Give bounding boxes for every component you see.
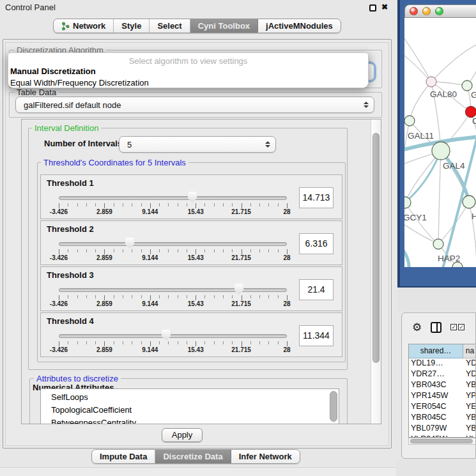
- threshold-1-panel: Threshold 1 -3.426 2.859 9.144 15.43 21.…: [40, 174, 342, 219]
- threshold-3-panel: Threshold 3 -3.426 2.859 9.144 15.43 21.…: [40, 266, 342, 311]
- gear-icon[interactable]: ⚙: [412, 322, 422, 333]
- list-item-betweennesscentrality[interactable]: BetweennessCentrality: [41, 417, 339, 424]
- zoom-traffic-light-icon[interactable]: [435, 7, 443, 15]
- threshold-4-value-field[interactable]: 11.344: [299, 325, 334, 346]
- tab-style[interactable]: Style: [114, 19, 150, 33]
- threshold-2-slider-track[interactable]: [59, 242, 287, 246]
- threshold-4-slider-handle[interactable]: [162, 330, 171, 341]
- table-data-combobox[interactable]: galFiltered.sif default node: [15, 96, 374, 113]
- node-gal11[interactable]: [404, 116, 415, 126]
- combo-arrows-icon: [363, 102, 369, 108]
- threshold-1-value-field[interactable]: 14.713: [299, 187, 334, 208]
- checkbox-icon[interactable]: ✓: [450, 324, 457, 330]
- interval-definition-group-title: Interval Definition: [32, 123, 101, 133]
- column-header-shared-name[interactable]: shared…: [409, 344, 463, 358]
- number-of-intervals-label: Number of Intervals: [44, 139, 122, 148]
- threshold-2-panel: Threshold 2 -3.426 2.859 9.144 15.43 21.…: [40, 220, 342, 265]
- node-label-g: G: [471, 90, 476, 100]
- thresholds-group-title: Threshold's Coordinates for 5 Intervals: [41, 158, 188, 167]
- column-header-name[interactable]: na: [463, 344, 476, 358]
- threshold-4-title: Threshold 4: [47, 316, 94, 326]
- number-of-intervals-value: 5: [119, 140, 265, 150]
- combo-arrows-icon: [265, 141, 270, 148]
- slider-major-ticks: [59, 295, 288, 300]
- node-gal4[interactable]: [432, 142, 450, 160]
- settings-scrollbar-thumb[interactable]: [372, 133, 380, 363]
- threshold-1-slider-track[interactable]: [59, 196, 287, 200]
- node-h[interactable]: [463, 196, 475, 208]
- network-window-titlebar[interactable]: [404, 4, 476, 18]
- slider-major-ticks: [59, 249, 288, 254]
- threshold-3-slider-handle[interactable]: [234, 284, 244, 295]
- table-panel-toolbar: ⚙ ✓✓: [402, 313, 475, 341]
- apply-button[interactable]: Apply: [162, 428, 203, 442]
- table-panel-container: ⚙ ✓✓ shared… na YDL19… YDL1 YDR27… YDR2 …: [401, 312, 476, 459]
- table-horizontal-scrollbar-thumb[interactable]: [410, 439, 473, 443]
- numerical-attributes-list: SelfLoops TopologicalCoefficient Between…: [40, 388, 339, 424]
- columns-icon[interactable]: [431, 322, 441, 333]
- tab-network[interactable]: Network: [54, 19, 114, 33]
- tab-jactivemnodules[interactable]: jActiveMNodules: [258, 19, 341, 33]
- checkbox-icon[interactable]: ✓: [458, 324, 464, 330]
- checkbox-icons[interactable]: ✓✓: [450, 324, 464, 330]
- close-traffic-light-icon[interactable]: [410, 7, 418, 15]
- node-label-gcy1: GCY1: [404, 213, 427, 222]
- node-label-hap2: HAP2: [438, 254, 460, 263]
- node-hap2[interactable]: [433, 239, 443, 249]
- table-row[interactable]: YDR27… YDR2: [409, 369, 476, 380]
- node-label-gal11: GAL11: [408, 131, 434, 141]
- threshold-4-slider-track[interactable]: [59, 334, 287, 338]
- node-red-selected[interactable]: [466, 107, 476, 118]
- threshold-2-slider-handle[interactable]: [125, 238, 135, 249]
- slider-tick-labels: -3.426 2.859 9.144 15.43 21.715 28: [59, 346, 287, 354]
- lower-right-background: [396, 459, 476, 476]
- table-data-group-title: Table Data: [14, 88, 59, 97]
- slider-tick-labels: -3.426 2.859 9.144 15.43 21.715 28: [59, 208, 287, 216]
- popup-item-manual-discretization[interactable]: Manual Discretization: [10, 66, 362, 76]
- slider-tick-labels: -3.426 2.859 9.144 15.43 21.715 28: [59, 300, 287, 308]
- node-label-h: H: [472, 211, 476, 221]
- list-item-selfloops[interactable]: SelfLoops: [41, 391, 339, 404]
- settings-scrollbar-track[interactable]: [371, 119, 381, 424]
- node-label-gal80: GAL80: [430, 89, 457, 99]
- node-gal80[interactable]: [426, 77, 436, 87]
- table-row[interactable]: YDL19… YDL1: [409, 358, 476, 369]
- popup-item-equal-width-frequency[interactable]: Equal Width/Frequency Discretization: [10, 78, 362, 88]
- threshold-1-slider-handle[interactable]: [188, 192, 197, 203]
- bottom-tab-bar: Impute Data Discretize Data Infer Networ…: [91, 449, 300, 464]
- table-row[interactable]: YPR145W YPR1: [409, 391, 476, 402]
- control-panel-titlebar: Control Panel ✖: [0, 0, 394, 15]
- table-row[interactable]: YBR043C YBR0: [409, 380, 476, 391]
- tab-cyni-toolbox[interactable]: Cyni Toolbox: [190, 19, 258, 33]
- tab-infer-network[interactable]: Infer Network: [231, 450, 300, 463]
- table-row[interactable]: YBL079W YBL0: [409, 424, 476, 434]
- attributes-list-scrollbar[interactable]: [330, 391, 337, 422]
- close-icon[interactable]: ✖: [381, 3, 388, 12]
- number-of-intervals-combobox[interactable]: 5: [119, 136, 276, 153]
- tab-select[interactable]: Select: [150, 19, 190, 33]
- table-row[interactable]: YBR045C YBR0: [409, 413, 476, 424]
- algorithm-dropdown-popup: Select algorithm to view settings Manual…: [8, 52, 369, 88]
- table-horizontal-scrollbar[interactable]: [408, 438, 476, 445]
- threshold-3-value-field[interactable]: 21.4: [299, 279, 334, 300]
- network-canvas[interactable]: GAL80 G C GAL11 GAL4 GCY1 H HAP2: [404, 18, 476, 267]
- node-g[interactable]: [462, 81, 472, 91]
- threshold-2-value-field[interactable]: 6.316: [299, 233, 334, 254]
- list-item-topologicalcoefficient[interactable]: TopologicalCoefficient: [41, 404, 339, 417]
- algorithm-prompt: Select algorithm to view settings: [8, 56, 368, 66]
- threshold-1-title: Threshold 1: [47, 178, 94, 188]
- table-row[interactable]: YER054C YER0: [409, 402, 476, 413]
- table-data-combobox-value: galFiltered.sif default node: [16, 100, 363, 110]
- slider-major-ticks: [59, 341, 288, 346]
- threshold-2-title: Threshold 2: [47, 224, 94, 234]
- tab-discretize-data[interactable]: Discretize Data: [155, 450, 231, 463]
- attributes-group-title: Attributes to discretize: [34, 374, 121, 383]
- slider-major-ticks: [59, 203, 288, 208]
- settings-scrollpane: Interval Definition Number of Intervals …: [21, 119, 381, 424]
- threshold-3-slider-track[interactable]: [59, 288, 287, 292]
- minimize-traffic-light-icon[interactable]: [422, 7, 431, 15]
- tab-impute-data[interactable]: Impute Data: [92, 450, 155, 463]
- float-window-icon[interactable]: [369, 4, 376, 12]
- network-icon: [61, 22, 70, 31]
- threshold-4-panel: Threshold 4 -3.426 2.859 9.144 15.43 21.…: [40, 312, 342, 357]
